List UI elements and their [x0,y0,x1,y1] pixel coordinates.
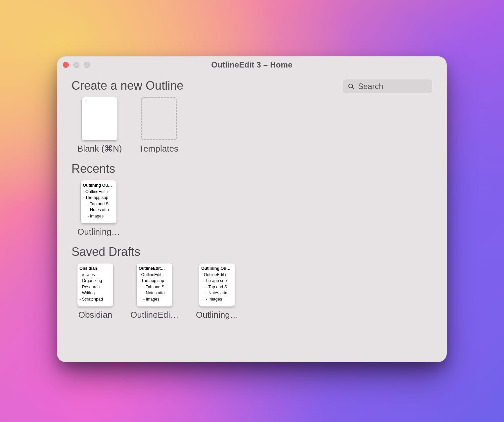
blank-thumbnail [82,97,117,140]
create-blank[interactable]: Blank (⌘N) [77,97,122,154]
drafts-item[interactable]: OutlineEdit…- OutlineEdit i- The app sup… [130,263,179,320]
app-window: OutlineEdit 3 – Home Create a new Outlin… [57,56,447,362]
minimize-window-button[interactable] [73,62,79,68]
document-thumbnail: OutlineEdit…- OutlineEdit i- The app sup… [137,263,172,306]
document-label: OutlineEdi… [130,310,179,320]
templates-thumbnail [141,97,177,140]
close-window-button[interactable] [63,62,69,68]
preview-line: - Images [143,296,170,303]
recents-row: Outlining Ou…- OutlineEdit i- The app su… [71,180,432,237]
preview-line: - # Uses [79,272,111,278]
document-preview: Outlining Ou…- OutlineEdit i- The app su… [83,182,115,221]
drafts-row: Obsidian- # Uses- Organizing- Research- … [71,263,432,320]
preview-line: - Images [206,296,233,303]
preview-line: - Tab and S [143,284,170,290]
preview-line: - Research [79,284,111,290]
preview-line: - Tap and S [87,201,115,207]
document-thumbnail: Outlining Ou…- OutlineEdit i- The app su… [81,180,116,223]
preview-title: Outlining Ou… [201,265,233,272]
preview-line: - Organizing [79,278,111,284]
recents-item[interactable]: Outlining Ou…- OutlineEdit i- The app su… [77,180,120,237]
preview-line: - OutlineEdit i [201,272,233,278]
document-thumbnail: Outlining Ou…- OutlineEdit i- The app su… [199,263,235,306]
preview-line: - Scratchpad [79,296,111,303]
create-templates[interactable]: Templates [139,97,178,154]
recents-section-heading: Recents [71,162,432,176]
zoom-window-button[interactable] [84,62,90,68]
drafts-section-heading: Saved Drafts [71,245,432,259]
preview-line: - The app sup [201,278,233,284]
preview-line: - Tap and S [206,284,233,290]
preview-title: Outlining Ou… [83,182,115,189]
header-row: Create a new Outline [71,75,432,97]
preview-line: - Images [87,213,115,219]
drafts-item[interactable]: Outlining Ou…- OutlineEdit i- The app su… [196,263,239,320]
preview-title: OutlineEdit… [139,265,170,272]
preview-line: - The app sup [139,278,170,284]
document-thumbnail: Obsidian- # Uses- Organizing- Research- … [77,263,113,306]
preview-line: - Notes atta [206,290,233,296]
search-icon [347,83,355,90]
preview-line: - Notes atta [87,207,115,213]
create-row: Blank (⌘N) Templates [71,97,432,154]
search-input[interactable] [358,82,447,91]
titlebar: OutlineEdit 3 – Home [57,56,447,73]
preview-line: - The app sup [83,195,115,201]
document-preview: Obsidian- # Uses- Organizing- Research- … [79,265,111,305]
window-content: Create a new Outline Blank (⌘N) Template… [57,73,447,337]
search-field[interactable] [343,79,432,93]
document-label: Outlining… [196,310,239,320]
document-label: Outlining… [77,227,120,237]
preview-line: - Notes atta [143,290,170,296]
drafts-item[interactable]: Obsidian- # Uses- Organizing- Research- … [77,263,113,320]
preview-line: - Writing [79,290,111,296]
preview-line: - OutlineEdit i [139,272,170,278]
document-preview: Outlining Ou…- OutlineEdit i- The app su… [201,265,233,305]
document-label: Obsidian [78,310,113,320]
preview-title: Obsidian [79,265,111,272]
svg-line-1 [352,87,353,89]
create-templates-label: Templates [139,144,178,154]
window-title: OutlineEdit 3 – Home [211,60,292,70]
document-preview: OutlineEdit…- OutlineEdit i- The app sup… [139,265,170,305]
preview-line: - OutlineEdit i [83,189,115,195]
create-section-heading: Create a new Outline [71,79,183,93]
window-controls [63,62,90,68]
create-blank-label: Blank (⌘N) [77,144,122,154]
templates-placeholder-icon [141,97,177,140]
